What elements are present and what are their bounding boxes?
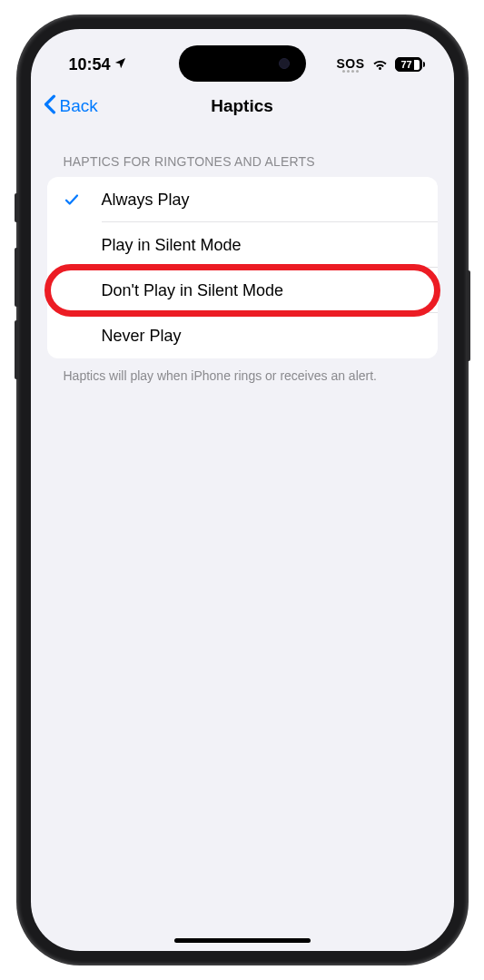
option-label: Always Play bbox=[102, 191, 190, 210]
volume-down-button[interactable] bbox=[15, 320, 18, 379]
status-left: 10:54 bbox=[69, 55, 127, 74]
navigation-bar: Back Haptics bbox=[31, 83, 454, 129]
option-label: Don't Play in Silent Mode bbox=[102, 281, 284, 300]
home-indicator[interactable] bbox=[174, 938, 311, 943]
option-label: Play in Silent Mode bbox=[102, 236, 242, 255]
front-camera bbox=[279, 58, 290, 69]
content-area: HAPTICS FOR RINGTONES AND ALERTS Always … bbox=[31, 129, 454, 385]
chevron-left-icon bbox=[44, 94, 56, 119]
phone-frame: 10:54 SOS 77 bbox=[18, 16, 467, 964]
silence-switch[interactable] bbox=[15, 193, 18, 222]
option-label: Never Play bbox=[102, 327, 182, 346]
option-dont-play-silent[interactable]: Don't Play in Silent Mode bbox=[47, 268, 438, 313]
checkmark-icon bbox=[64, 191, 102, 208]
option-never-play[interactable]: Never Play bbox=[47, 313, 438, 358]
options-list: Always Play Play in Silent Mode Don't Pl… bbox=[47, 177, 438, 358]
back-label: Back bbox=[60, 96, 98, 116]
location-icon bbox=[114, 55, 127, 74]
clock: 10:54 bbox=[69, 55, 111, 74]
status-right: SOS 77 bbox=[336, 55, 424, 74]
battery-indicator: 77 bbox=[395, 57, 425, 72]
screen: 10:54 SOS 77 bbox=[31, 29, 454, 951]
option-play-silent[interactable]: Play in Silent Mode bbox=[47, 222, 438, 268]
section-header: HAPTICS FOR RINGTONES AND ALERTS bbox=[47, 129, 438, 177]
page-title: Haptics bbox=[211, 96, 273, 116]
dynamic-island bbox=[179, 45, 306, 82]
back-button[interactable]: Back bbox=[44, 94, 98, 119]
wifi-icon bbox=[371, 55, 389, 74]
power-button[interactable] bbox=[467, 270, 470, 361]
section-footer: Haptics will play when iPhone rings or r… bbox=[47, 358, 438, 385]
sos-indicator: SOS bbox=[336, 56, 364, 73]
volume-up-button[interactable] bbox=[15, 248, 18, 307]
option-always-play[interactable]: Always Play bbox=[47, 177, 438, 222]
